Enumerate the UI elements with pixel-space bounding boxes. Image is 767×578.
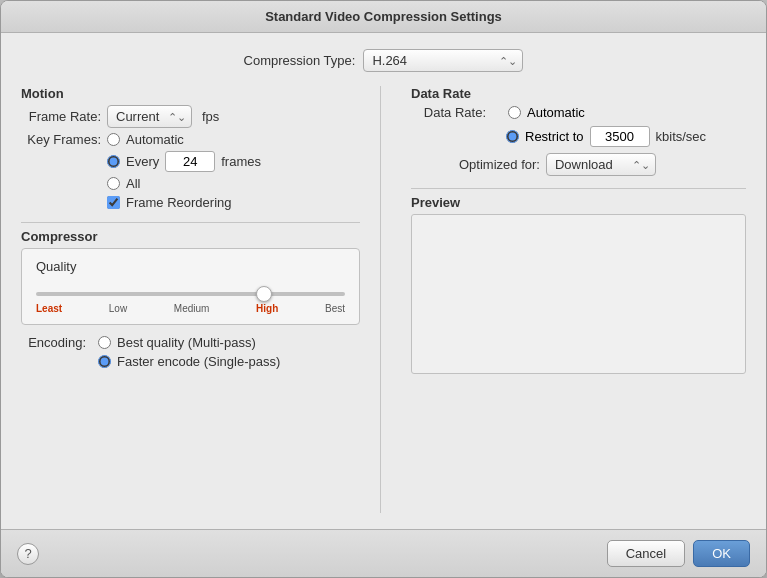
frames-label: frames [221, 154, 261, 169]
ok-button[interactable]: OK [693, 540, 750, 567]
divider-2 [411, 188, 746, 189]
compressor-section: Compressor Quality Least Low Medium High… [21, 229, 360, 369]
slider-container [36, 284, 345, 299]
divider-1 [21, 222, 360, 223]
bottom-bar: ? Cancel OK [1, 529, 766, 577]
button-group: Cancel OK [607, 540, 750, 567]
key-frames-every-row: Every frames [107, 151, 261, 172]
quality-slider[interactable] [36, 292, 345, 296]
encoding-faster-radio[interactable] [98, 355, 111, 368]
faster-encode-row: Faster encode (Single-pass) [98, 354, 280, 369]
key-frames-every-input[interactable] [165, 151, 215, 172]
quality-label: Quality [36, 259, 345, 274]
key-frames-all-label: All [126, 176, 140, 191]
slider-label-medium: Medium [174, 303, 210, 314]
encoding-options: Best quality (Multi-pass) Faster encode … [98, 335, 280, 369]
compression-type-wrapper: H.264 MPEG-4 Video Apple ProRes 422 ⌃⌄ [363, 49, 523, 72]
data-rate-label: Data Rate: [411, 105, 486, 120]
preview-section: Preview [411, 195, 746, 374]
key-frames-every-radio[interactable] [107, 155, 120, 168]
motion-section: Motion Frame Rate: Current 10 12 15 24 2… [21, 86, 360, 210]
optimized-label: Optimized for: [459, 157, 540, 172]
encoding-section: Encoding: Best quality (Multi-pass) Fast… [21, 335, 360, 369]
data-rate-automatic-radio[interactable] [508, 106, 521, 119]
key-frames-automatic-radio[interactable] [107, 133, 120, 146]
dialog: Standard Video Compression Settings Comp… [0, 0, 767, 578]
key-frames-row: Key Frames: Automatic Every frames [21, 132, 360, 191]
key-frames-all-row: All [107, 176, 261, 191]
slider-labels: Least Low Medium High Best [36, 303, 345, 314]
best-quality-row: Best quality (Multi-pass) [98, 335, 280, 350]
left-panel: Motion Frame Rate: Current 10 12 15 24 2… [21, 86, 381, 513]
encoding-best-radio[interactable] [98, 336, 111, 349]
encoding-row: Encoding: Best quality (Multi-pass) Fast… [21, 335, 360, 369]
compressor-box: Quality Least Low Medium High Best [21, 248, 360, 325]
cancel-button[interactable]: Cancel [607, 540, 685, 567]
data-rate-automatic-row: Data Rate: Automatic [411, 105, 746, 120]
compression-type-label: Compression Type: [244, 53, 356, 68]
slider-label-least: Least [36, 303, 62, 314]
frame-reordering-checkbox[interactable] [107, 196, 120, 209]
right-panel: Data Rate Data Rate: Automatic Restrict … [401, 86, 746, 513]
compression-type-row: Compression Type: H.264 MPEG-4 Video App… [21, 49, 746, 72]
motion-header: Motion [21, 86, 360, 101]
preview-header: Preview [411, 195, 746, 210]
slider-label-high: High [256, 303, 278, 314]
frame-reordering-row: Frame Reordering [107, 195, 360, 210]
key-frames-options: Automatic Every frames All [107, 132, 261, 191]
two-columns: Motion Frame Rate: Current 10 12 15 24 2… [21, 86, 746, 513]
encoding-faster-label: Faster encode (Single-pass) [117, 354, 280, 369]
data-rate-automatic-label: Automatic [527, 105, 585, 120]
data-rate-restrict-row: Restrict to kbits/sec [506, 126, 746, 147]
frame-rate-label: Frame Rate: [21, 109, 101, 124]
frame-rate-row: Frame Rate: Current 10 12 15 24 25 29.97… [21, 105, 360, 128]
help-button[interactable]: ? [17, 543, 39, 565]
optimized-select[interactable]: Download Streaming CD-ROM [546, 153, 656, 176]
content: Compression Type: H.264 MPEG-4 Video App… [1, 33, 766, 529]
fps-label: fps [202, 109, 219, 124]
encoding-best-label: Best quality (Multi-pass) [117, 335, 256, 350]
encoding-label: Encoding: [21, 335, 86, 350]
optimized-row: Optimized for: Download Streaming CD-ROM… [459, 153, 746, 176]
kbits-label: kbits/sec [656, 129, 707, 144]
key-frames-all-radio[interactable] [107, 177, 120, 190]
key-frames-every-label: Every [126, 154, 159, 169]
frame-reordering-label: Frame Reordering [126, 195, 232, 210]
optimized-select-wrapper: Download Streaming CD-ROM ⌃⌄ [546, 153, 656, 176]
key-frames-automatic-label: Automatic [126, 132, 184, 147]
slider-label-best: Best [325, 303, 345, 314]
dialog-title: Standard Video Compression Settings [265, 9, 502, 24]
key-frames-label: Key Frames: [21, 132, 101, 147]
data-rate-restrict-radio[interactable] [506, 130, 519, 143]
frame-rate-select[interactable]: Current 10 12 15 24 25 29.97 30 [107, 105, 192, 128]
data-rate-restrict-label: Restrict to [525, 129, 584, 144]
data-rate-section: Data Rate Data Rate: Automatic Restrict … [411, 86, 746, 176]
preview-area [411, 214, 746, 374]
title-bar: Standard Video Compression Settings [1, 1, 766, 33]
slider-label-low: Low [109, 303, 127, 314]
key-frames-automatic-row: Automatic [107, 132, 261, 147]
data-rate-header: Data Rate [411, 86, 746, 101]
frame-rate-select-wrapper: Current 10 12 15 24 25 29.97 30 ⌃⌄ [107, 105, 192, 128]
data-rate-value-input[interactable] [590, 126, 650, 147]
compression-type-select[interactable]: H.264 MPEG-4 Video Apple ProRes 422 [363, 49, 523, 72]
compressor-header: Compressor [21, 229, 360, 244]
